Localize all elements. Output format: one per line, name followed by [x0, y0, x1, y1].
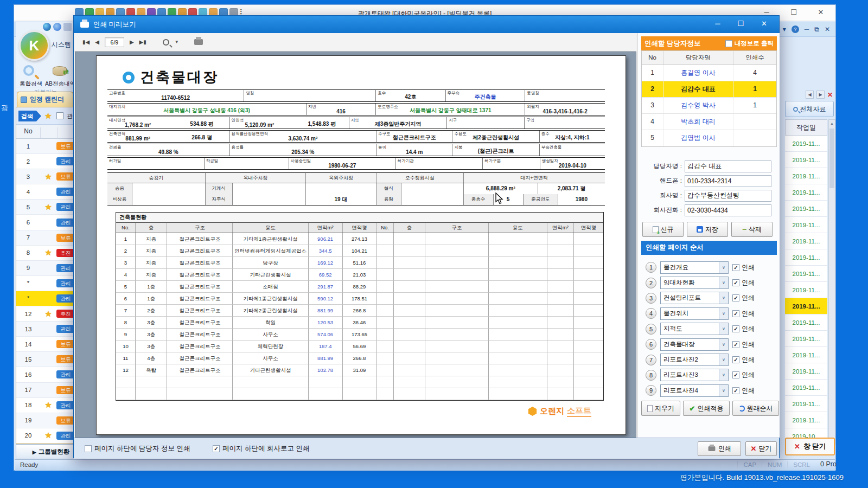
tab-next-icon[interactable]: ▶ — [816, 91, 825, 99]
dialog-titlebar[interactable]: 인쇄 미리보기 ─ ☐ ✕ — [74, 16, 779, 33]
scroll-up-icon[interactable]: ▲ — [829, 120, 835, 125]
tab-close-icon[interactable]: ✕ — [827, 91, 833, 99]
chevron-down-icon[interactable]: ▾ — [783, 25, 786, 33]
staff-row[interactable]: 3김수영 박사1 — [642, 98, 776, 114]
globe-icon[interactable] — [43, 23, 51, 31]
work-date-cell[interactable]: 2019-11... — [785, 363, 827, 380]
work-date-cell[interactable]: 2019-11... — [785, 380, 827, 396]
page-select[interactable]: 물건개요∨ — [660, 261, 729, 274]
my-info-checkbox[interactable] — [725, 40, 732, 47]
search-button[interactable]: 검색 — [18, 111, 41, 121]
staff-phone-field[interactable] — [685, 175, 771, 187]
print-checkbox[interactable]: ✓ — [732, 325, 739, 332]
help-icon[interactable]: ? — [792, 25, 799, 33]
work-date-cell[interactable]: 2019-11... — [785, 233, 827, 249]
no-column-header[interactable]: No — [16, 127, 40, 135]
delete-button[interactable]: −삭제 — [731, 222, 773, 237]
apply-print-button[interactable]: ✔인쇄적용 — [683, 401, 730, 416]
staff-tel-field[interactable] — [685, 204, 771, 216]
database-sync-icon[interactable] — [53, 66, 67, 76]
staff-row[interactable]: 5김영범 이사 — [642, 130, 776, 146]
next-page-icon[interactable]: ▶ — [130, 39, 134, 45]
footer-staff-info-checkbox[interactable] — [85, 445, 92, 452]
chevron-down-icon[interactable]: ∨ — [719, 262, 728, 273]
work-date-cell[interactable]: 2019-11... — [785, 347, 827, 363]
chevron-down-icon[interactable]: ∨ — [719, 385, 728, 396]
last-page-icon[interactable]: ▶▮ — [139, 39, 146, 45]
dialog-maximize-icon[interactable]: ☐ — [737, 20, 744, 28]
system-menu[interactable]: 시스템 — [52, 40, 71, 49]
prev-page-icon[interactable]: ◀ — [95, 39, 99, 45]
tab-prev-icon[interactable]: ◀ — [806, 91, 814, 99]
new-button[interactable]: 신규 — [642, 222, 684, 237]
work-date-cell[interactable]: 2019-11... — [785, 201, 827, 217]
work-date-cell[interactable]: 2019-11... — [785, 396, 827, 412]
maximize-icon[interactable]: ☐ — [787, 7, 801, 18]
chevron-down-icon[interactable]: ∨ — [719, 354, 728, 365]
clear-button[interactable]: 지우기 — [641, 401, 680, 416]
page-select[interactable]: 리포트사진3∨ — [660, 369, 729, 381]
star-filter-icon[interactable]: ★ — [44, 111, 52, 121]
work-date-cell[interactable]: 2019-11... — [785, 331, 827, 347]
chevron-down-icon[interactable]: ∨ — [719, 369, 728, 381]
print-checkbox[interactable]: ✓ — [732, 387, 739, 394]
print-checkbox[interactable]: ✓ — [732, 279, 739, 286]
save-button[interactable]: 저장 — [687, 222, 728, 237]
mdi-restore-icon[interactable]: ⧉ — [814, 25, 819, 33]
work-date-cell[interactable]: 2019-11... — [785, 168, 827, 184]
work-date-cell[interactable]: 2019-11... — [785, 217, 827, 233]
original-order-button[interactable]: 원래순서 — [732, 401, 779, 416]
page-indicator[interactable]: 6/9 — [105, 37, 124, 47]
page-select[interactable]: 건축물대장∨ — [660, 338, 729, 351]
zoom-dropdown-icon[interactable]: ▼ — [175, 40, 179, 44]
staff-row[interactable]: 2김갑수 대표1 — [642, 81, 776, 98]
print-checkbox[interactable]: ✓ — [732, 294, 739, 301]
mdi-minimize-icon[interactable]: ─ — [805, 25, 809, 33]
page-select[interactable]: 리포트사진2∨ — [660, 354, 729, 366]
page-select[interactable]: 지적도∨ — [660, 323, 729, 335]
work-date-cell[interactable]: 2019-11... — [785, 249, 827, 266]
close-icon[interactable]: ✕ — [814, 7, 828, 18]
staff-company-field[interactable] — [685, 190, 771, 202]
work-date-cell[interactable]: 2019-11... — [785, 184, 827, 201]
work-date-cell[interactable]: 2019-11... — [785, 266, 827, 282]
staff-row[interactable]: 4박초희 대리 — [642, 114, 776, 130]
zoom-icon[interactable] — [163, 39, 169, 46]
scroll-thumb[interactable] — [829, 129, 834, 188]
work-date-cell[interactable]: 2019-11... — [785, 136, 827, 152]
chevron-down-icon[interactable]: ∨ — [719, 277, 728, 288]
work-date-cell[interactable]: 2019-11... — [785, 314, 827, 331]
chevron-down-icon[interactable]: ∨ — [719, 308, 728, 319]
chevron-down-icon[interactable]: ∨ — [719, 323, 728, 335]
chevron-down-icon[interactable]: ∨ — [719, 339, 728, 350]
staff-name-field[interactable] — [685, 160, 771, 172]
print-icon[interactable] — [194, 39, 203, 45]
staff-row[interactable]: 1홍길영 이사4 — [642, 65, 776, 81]
close-button[interactable]: ✕닫기 — [745, 441, 777, 456]
work-date-cell[interactable]: 2019-11... — [785, 298, 827, 314]
grid-icon[interactable] — [63, 23, 72, 31]
mdi-close-icon[interactable]: ✕ — [825, 25, 830, 33]
dialog-close-icon[interactable]: ✕ — [761, 20, 767, 28]
page-select[interactable]: 리포트사진4∨ — [660, 384, 729, 397]
filter-checkbox[interactable] — [56, 112, 63, 119]
chevron-down-icon[interactable]: ∨ — [719, 292, 728, 304]
dialog-minimize-icon[interactable]: ─ — [715, 20, 720, 28]
browser-icon[interactable] — [53, 23, 61, 31]
print-checkbox[interactable]: ✓ — [732, 356, 739, 363]
preview-canvas[interactable]: 건축물대장 고유번호11740-6512명칭호수42호주부속주건축물동명칭대지위… — [75, 52, 636, 438]
close-window-button[interactable]: ✕ 창 닫기 — [785, 438, 835, 455]
print-checkbox[interactable]: ✓ — [732, 310, 739, 317]
print-checkbox[interactable]: ✓ — [732, 371, 739, 378]
print-checkbox[interactable]: ✓ — [732, 264, 739, 271]
work-date-cell[interactable]: 2019-11... — [785, 412, 827, 428]
print-checkbox[interactable]: ✓ — [732, 341, 739, 348]
app-logo[interactable]: K — [19, 30, 49, 61]
page-select[interactable]: 임대차현황∨ — [660, 277, 729, 289]
tab-calendar[interactable]: 일정 캘린더 — [17, 92, 73, 107]
work-date-cell[interactable]: 2019-11... — [785, 152, 827, 168]
work-date-cell[interactable]: 2019-11... — [785, 282, 827, 298]
work-date-column-header[interactable]: 작업일 — [785, 119, 827, 136]
all-data-button[interactable]: 전체자료 — [785, 101, 834, 117]
scrollbar[interactable]: ▲ — [828, 119, 835, 445]
